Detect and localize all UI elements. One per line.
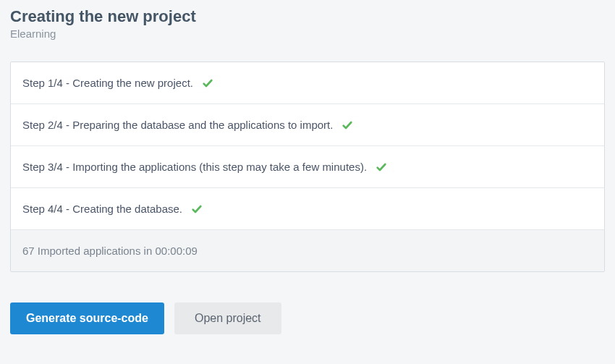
step-label: Step 2/4 - Preparing the database and th… xyxy=(22,119,333,131)
page-subtitle: Elearning xyxy=(10,27,605,40)
check-icon xyxy=(342,119,353,131)
check-icon xyxy=(191,203,203,215)
step-row: Step 4/4 - Creating the database. xyxy=(11,188,604,230)
generate-source-code-button[interactable]: Generate source-code xyxy=(10,302,164,334)
check-icon xyxy=(202,77,213,89)
step-label: Step 3/4 - Importing the applications (t… xyxy=(22,161,367,173)
step-label: Step 1/4 - Creating the new project. xyxy=(22,77,193,89)
check-icon xyxy=(376,161,387,173)
step-row: Step 1/4 - Creating the new project. xyxy=(11,62,604,104)
step-label: Step 4/4 - Creating the database. xyxy=(22,203,182,215)
status-message: 67 Imported applications in 00:00:09 xyxy=(11,230,604,271)
page-title: Creating the new project xyxy=(10,7,605,26)
steps-panel: Step 1/4 - Creating the new project. Ste… xyxy=(10,62,605,272)
step-row: Step 3/4 - Importing the applications (t… xyxy=(11,146,604,188)
step-row: Step 2/4 - Preparing the database and th… xyxy=(11,104,604,146)
open-project-button[interactable]: Open project xyxy=(174,302,281,334)
button-row: Generate source-code Open project xyxy=(10,302,605,334)
